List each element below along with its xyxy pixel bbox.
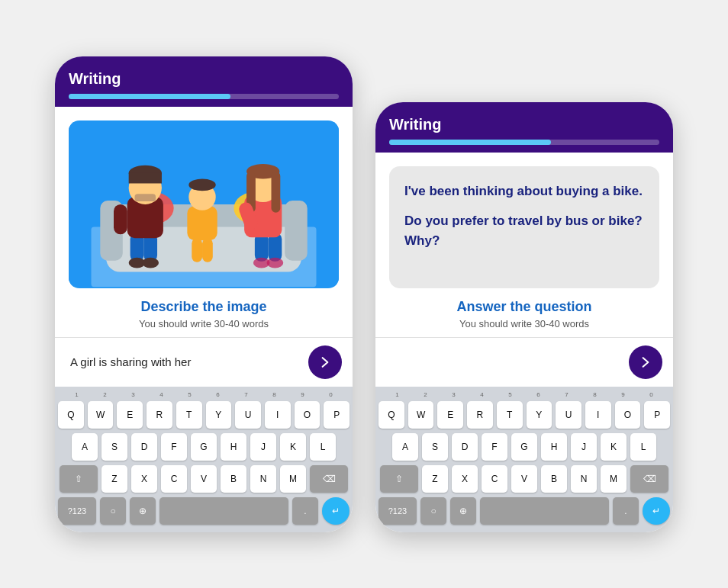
num-hint-3: 3: [121, 391, 147, 398]
p2-key-e[interactable]: E: [437, 401, 463, 429]
phone2-text-input[interactable]: [386, 349, 621, 376]
key-c[interactable]: C: [161, 465, 187, 493]
p2-key-t[interactable]: T: [497, 401, 523, 429]
key-globe[interactable]: ⊕: [130, 497, 156, 525]
svg-rect-15: [129, 172, 162, 183]
phone1-header: Writing: [55, 56, 353, 107]
key-enter[interactable]: ↵: [322, 497, 350, 525]
key-v[interactable]: V: [191, 465, 217, 493]
key-shift[interactable]: ⇧: [60, 465, 98, 493]
p2-key-l[interactable]: L: [630, 433, 656, 461]
p2-key-space[interactable]: [480, 497, 609, 525]
p2-key-d[interactable]: D: [452, 433, 478, 461]
key-h[interactable]: H: [221, 433, 246, 461]
phone2-row2: A S D F G H J K L: [378, 433, 670, 461]
p2-key-period[interactable]: .: [613, 497, 639, 525]
p2-key-z[interactable]: Z: [422, 465, 448, 493]
chevron-right-icon: [317, 355, 333, 370]
key-b[interactable]: B: [221, 465, 246, 493]
key-e[interactable]: E: [117, 401, 143, 429]
phone1-content: Describe the image You should write 30-4…: [55, 107, 353, 337]
key-p[interactable]: P: [324, 401, 350, 429]
key-backspace[interactable]: ⌫: [310, 465, 348, 493]
phone2-content: I've been thinking about buying a bike. …: [375, 153, 673, 337]
phone1-submit-button[interactable]: [308, 345, 342, 379]
phone-1: Writing: [55, 56, 353, 532]
p2-key-g[interactable]: G: [511, 433, 537, 461]
svg-rect-20: [187, 205, 217, 239]
key-m[interactable]: M: [280, 465, 306, 493]
p2-key-a[interactable]: A: [392, 433, 418, 461]
key-mic[interactable]: ○: [100, 497, 126, 525]
num-hint-6: 6: [205, 391, 231, 398]
phone2-progress-bg: [389, 140, 659, 145]
p2-num-hint-2: 2: [413, 391, 439, 398]
p2-key-v[interactable]: V: [511, 465, 537, 493]
key-s[interactable]: S: [101, 433, 127, 461]
p2-key-u[interactable]: U: [556, 401, 581, 429]
p2-key-m[interactable]: M: [601, 465, 627, 493]
key-f[interactable]: F: [161, 433, 187, 461]
key-a[interactable]: A: [72, 433, 98, 461]
key-num[interactable]: ?123: [58, 497, 96, 525]
key-k[interactable]: K: [280, 433, 306, 461]
p2-num-hint-3: 3: [441, 391, 467, 398]
p2-num-hint-6: 6: [526, 391, 552, 398]
svg-rect-16: [135, 194, 156, 201]
key-space[interactable]: [159, 497, 288, 525]
p2-key-f[interactable]: F: [482, 433, 507, 461]
p2-key-num[interactable]: ?123: [378, 497, 417, 525]
key-x[interactable]: X: [131, 465, 157, 493]
key-n[interactable]: N: [250, 465, 276, 493]
p2-num-hint-9: 9: [610, 391, 636, 398]
p2-key-b[interactable]: B: [541, 465, 567, 493]
p2-key-k[interactable]: K: [601, 433, 627, 461]
phone2-task-label: Answer the question: [456, 299, 591, 315]
key-w[interactable]: W: [88, 401, 114, 429]
p2-key-mic[interactable]: ○: [420, 497, 446, 525]
p2-key-r[interactable]: R: [467, 401, 493, 429]
phone1-text-input[interactable]: [66, 349, 301, 376]
p2-key-c[interactable]: C: [482, 465, 507, 493]
num-hint-8: 8: [262, 391, 288, 398]
key-d[interactable]: D: [131, 433, 157, 461]
phone2-submit-button[interactable]: [629, 345, 662, 379]
p2-key-j[interactable]: J: [571, 433, 597, 461]
p2-key-o[interactable]: O: [615, 401, 641, 429]
key-q[interactable]: Q: [58, 401, 84, 429]
phones-container: Writing: [40, 26, 688, 563]
key-y[interactable]: Y: [206, 401, 232, 429]
phone1-row2: A S D F G H J K L: [58, 433, 350, 461]
phone2-title: Writing: [389, 116, 659, 133]
key-period[interactable]: .: [292, 497, 318, 525]
p2-key-n[interactable]: N: [571, 465, 597, 493]
key-t[interactable]: T: [176, 401, 202, 429]
key-u[interactable]: U: [235, 401, 261, 429]
key-g[interactable]: G: [191, 433, 217, 461]
key-j[interactable]: J: [250, 433, 276, 461]
p2-key-i[interactable]: I: [585, 401, 611, 429]
p2-key-x[interactable]: X: [452, 465, 478, 493]
p2-key-shift[interactable]: ⇧: [380, 465, 418, 493]
p2-key-w[interactable]: W: [408, 401, 434, 429]
phone2-prompt-text: I've been thinking about buying a bike. …: [404, 182, 644, 251]
p2-key-enter[interactable]: ↵: [643, 497, 670, 525]
p2-key-h[interactable]: H: [541, 433, 567, 461]
p2-key-s[interactable]: S: [422, 433, 448, 461]
p2-key-backspace[interactable]: ⌫: [630, 465, 668, 493]
p2-key-y[interactable]: Y: [527, 401, 552, 429]
key-r[interactable]: R: [147, 401, 172, 429]
p2-key-globe[interactable]: ⊕: [450, 497, 476, 525]
key-o[interactable]: O: [295, 401, 321, 429]
num-hint-0: 0: [318, 391, 344, 398]
svg-rect-19: [202, 238, 213, 262]
p2-num-hint-0: 0: [639, 391, 665, 398]
num-hint-2: 2: [92, 391, 118, 398]
phone2-keyboard: 1 2 3 4 5 6 7 8 9 0 Q W E R T Y U I O: [375, 387, 673, 532]
phone2-prompt-line1: I've been thinking about buying a bike.: [404, 182, 644, 201]
key-z[interactable]: Z: [101, 465, 127, 493]
p2-key-p[interactable]: P: [644, 401, 670, 429]
p2-key-q[interactable]: Q: [378, 401, 404, 429]
key-i[interactable]: I: [265, 401, 291, 429]
key-l[interactable]: L: [310, 433, 336, 461]
